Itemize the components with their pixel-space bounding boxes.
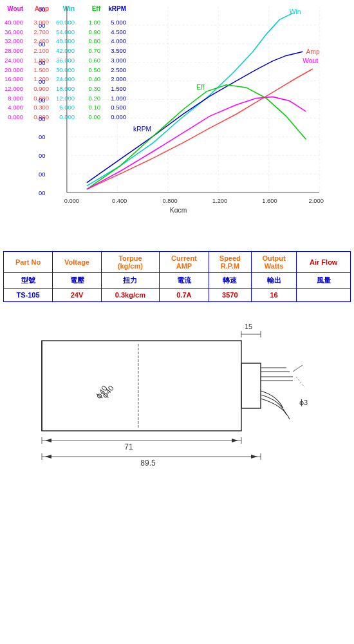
col-header-wout: Wout — [0, 5, 26, 12]
svg-text:0.000: 0.000 — [64, 198, 79, 204]
svg-text:0.000: 0.000 — [39, 190, 45, 196]
table-data-row: TS-105 24V 0.3kg/cm 0.7A 3570 16 — [4, 289, 351, 302]
svg-text:2.000: 2.000 — [39, 116, 45, 122]
td-cn-part-no: 型號 — [4, 273, 53, 289]
krpm-label: kRPM — [133, 126, 151, 133]
dim-71: 71 — [124, 442, 133, 451]
th-current: CurrentAMP — [159, 252, 209, 273]
th-output: OutputWatts — [251, 252, 297, 273]
svg-rect-36 — [241, 363, 261, 408]
svg-marker-55 — [251, 455, 257, 459]
td-speed: 3570 — [209, 289, 252, 302]
svg-marker-50 — [232, 439, 238, 442]
svg-text:0.400: 0.400 — [112, 198, 127, 204]
td-cn-voltage: 電壓 — [53, 273, 102, 289]
eff-label: Eff — [196, 84, 205, 91]
td-torpue: 0.3kg/cm — [101, 289, 159, 302]
td-part-no: TS-105 — [4, 289, 53, 302]
svg-marker-54 — [45, 455, 51, 459]
chart-svg-area: Win kRPM Eff Amp Wout 0.000 0.400 0.800 … — [39, 6, 348, 213]
svg-text:1.200: 1.200 — [212, 198, 227, 204]
td-output: 16 — [251, 289, 297, 302]
svg-text:0.800: 0.800 — [163, 198, 178, 204]
diagram-section: ɸ40 ɸ40 15 ɸ3 71 — [0, 308, 354, 489]
td-cn-air-flow: 風量 — [297, 273, 351, 289]
diagram-svg: ɸ40 ɸ40 15 ɸ3 71 — [6, 315, 348, 482]
svg-text:3.000: 3.000 — [39, 79, 45, 85]
svg-line-44 — [293, 365, 303, 372]
td-current: 0.7A — [159, 289, 209, 302]
table-section: Part No Voltage Torpue(kg/cm) CurrentAMP… — [0, 245, 354, 308]
x-axis-title: Kgcm — [170, 207, 187, 213]
th-speed: SpeedR.P.M — [209, 252, 252, 273]
svg-text:1.600: 1.600 — [262, 198, 277, 204]
svg-text:1.500: 1.500 — [39, 134, 45, 140]
td-voltage: 24V — [53, 289, 102, 302]
svg-text:4.500: 4.500 — [39, 23, 45, 29]
svg-text:3.500: 3.500 — [39, 60, 45, 66]
svg-line-45 — [296, 377, 304, 387]
svg-text:2.000: 2.000 — [309, 198, 324, 204]
svg-text:2.500: 2.500 — [39, 97, 45, 104]
wout-label: Wout — [303, 57, 318, 64]
dim-89: 89.5 — [140, 459, 156, 468]
svg-text:0.500: 0.500 — [39, 171, 45, 178]
dim-d3: ɸ3 — [299, 399, 308, 406]
th-air-flow: Air Flow — [297, 252, 351, 273]
th-part-no: Part No — [4, 252, 53, 273]
spec-table: Part No Voltage Torpue(kg/cm) CurrentAMP… — [3, 251, 351, 302]
th-voltage: Voltage — [53, 252, 102, 273]
svg-text:4.000: 4.000 — [39, 41, 45, 48]
td-air-flow — [297, 289, 351, 302]
th-torpue: Torpue(kg/cm) — [101, 252, 159, 273]
td-cn-torpue: 扭力 — [101, 273, 159, 289]
amp-label: Amp — [306, 48, 319, 55]
chart-svg: Win kRPM Eff Amp Wout 0.000 0.400 0.800 … — [39, 6, 348, 213]
svg-text:5.000: 5.000 — [39, 6, 45, 13]
table-chinese-row: 型號 電壓 扭力 電流 轉速 輸出 風量 — [4, 273, 351, 289]
chart-section: Wout Amp Win Eff kRPM 40.000 3.000 60.00… — [0, 0, 354, 245]
td-cn-output: 輸出 — [251, 273, 297, 289]
svg-text:1.000: 1.000 — [39, 153, 45, 159]
td-cn-speed: 轉速 — [209, 273, 252, 289]
svg-marker-49 — [45, 439, 51, 442]
win-label: Win — [290, 8, 301, 15]
td-cn-current: 電流 — [159, 273, 209, 289]
table-header-row: Part No Voltage Torpue(kg/cm) CurrentAMP… — [4, 252, 351, 273]
svg-rect-33 — [42, 341, 241, 431]
dim-15: 15 — [245, 323, 252, 330]
